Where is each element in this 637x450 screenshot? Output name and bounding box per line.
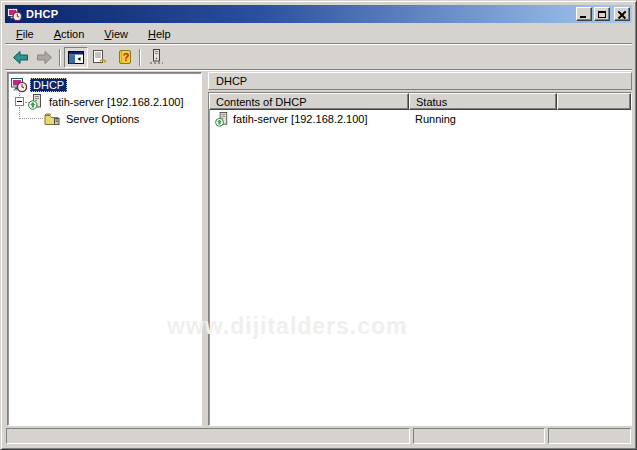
tree-node-label[interactable]: DHCP — [30, 78, 67, 92]
help-book-icon: ? — [117, 49, 132, 65]
arrow-left-icon — [12, 50, 29, 65]
result-list: Contents of DHCP Status fatih-server [19… — [208, 92, 632, 426]
server-running-icon — [215, 112, 230, 127]
server-name: fatih-server [192.168.2.100] — [233, 113, 368, 125]
help-button[interactable]: ? — [112, 47, 136, 68]
dhcp-console-icon — [11, 77, 27, 93]
close-icon — [618, 11, 626, 18]
result-pane-banner: DHCP — [208, 72, 632, 90]
column-header-empty[interactable] — [557, 93, 631, 110]
status-panel-right — [548, 428, 631, 444]
toolbar-separator — [59, 49, 61, 66]
console-tree-icon — [68, 51, 84, 64]
dhcp-console-icon — [7, 7, 22, 22]
title-bar[interactable]: DHCP — [5, 5, 632, 23]
server-icon — [148, 49, 164, 65]
result-pane: DHCP Contents of DHCP Status fatih-serve… — [208, 72, 632, 426]
folder-options-icon — [44, 112, 61, 126]
menu-bar: File Action View Help — [5, 24, 632, 44]
list-item-server[interactable]: fatih-server [192.168.2.100] Running — [209, 110, 631, 128]
minimize-button[interactable] — [576, 7, 592, 21]
maximize-button[interactable] — [594, 7, 610, 21]
forward-button[interactable] — [32, 47, 56, 68]
back-button[interactable] — [8, 47, 32, 68]
menu-view[interactable]: View — [97, 26, 135, 42]
server-status: Running — [409, 113, 557, 125]
minimize-icon — [580, 16, 586, 18]
maximize-icon — [598, 11, 606, 18]
add-server-button[interactable] — [144, 47, 168, 68]
export-list-button[interactable] — [88, 47, 112, 68]
dhcp-console-window: DHCP File Action View Help — [0, 0, 637, 450]
console-tree-pane: DHCP fatih-server [192.168.2.100] Server… — [7, 72, 202, 426]
tree-node-server-options[interactable]: Server Options — [44, 110, 141, 127]
toolbar-separator — [139, 49, 141, 66]
result-pane-title: DHCP — [216, 75, 247, 87]
menu-action[interactable]: Action — [47, 26, 92, 42]
menu-help[interactable]: Help — [141, 26, 178, 42]
column-header-contents[interactable]: Contents of DHCP — [209, 93, 409, 110]
arrow-right-icon — [36, 50, 53, 65]
list-header: Contents of DHCP Status — [209, 93, 631, 110]
status-bar — [6, 428, 631, 444]
window-title: DHCP — [26, 8, 574, 20]
toolbar: ? — [5, 45, 632, 70]
svg-text:?: ? — [122, 51, 129, 63]
tree-node-server[interactable]: fatih-server [192.168.2.100] — [28, 93, 186, 110]
show-hide-console-tree-button[interactable] — [64, 47, 88, 68]
export-list-icon — [92, 50, 108, 65]
server-running-icon — [28, 94, 44, 110]
status-panel-secondary — [413, 428, 545, 444]
collapse-toggle[interactable] — [15, 97, 24, 106]
tree-node-label[interactable]: Server Options — [64, 112, 141, 126]
status-panel-main — [6, 428, 410, 444]
tree-node-label[interactable]: fatih-server [192.168.2.100] — [47, 95, 186, 109]
column-header-status[interactable]: Status — [409, 93, 557, 110]
tree-connector — [19, 118, 43, 119]
menu-file[interactable]: File — [9, 26, 41, 42]
close-button[interactable] — [614, 7, 630, 21]
tree-node-dhcp-root[interactable]: DHCP — [11, 76, 67, 93]
